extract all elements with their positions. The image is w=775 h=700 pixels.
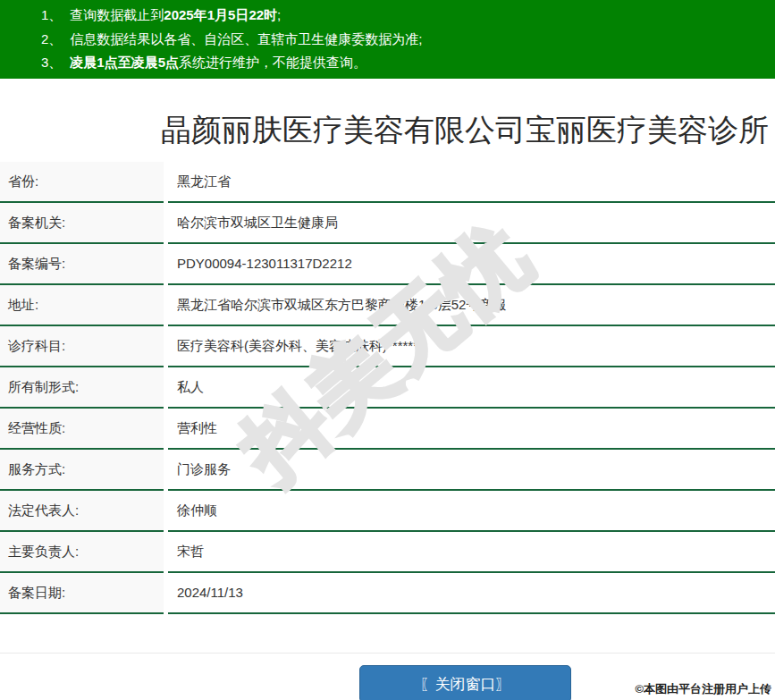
notice-text: ; (277, 7, 281, 22)
close-window-button[interactable]: 〖关闭窗口〗 (359, 665, 571, 700)
table-row-medical-subjects: 诊疗科目: 医疗美容科(美容外科、美容皮肤科)****** (0, 326, 775, 367)
field-value: 徐仲顺 (168, 491, 775, 532)
table-row-province: 省份: 黑龙江省 (0, 162, 775, 203)
field-value: PDY00094-123011317D2212 (168, 244, 775, 285)
field-label: 备案日期: (0, 573, 164, 614)
field-value: 哈尔滨市双城区卫生健康局 (168, 203, 775, 244)
field-label: 经营性质: (0, 409, 164, 450)
notice-text: 系统进行维护，不能提供查询。 (179, 55, 366, 70)
field-label: 备案机关: (0, 203, 164, 244)
notice-number: 1、 (41, 7, 62, 22)
field-label: 主要负责人: (0, 532, 164, 573)
page: 1、查询数据截止到2025年1月5日22时; 2、信息数据结果以各省、自治区、直… (0, 0, 775, 654)
field-label: 地址: (0, 285, 164, 326)
notice-line-3: 3、凌晨1点至凌晨5点系统进行维护，不能提供查询。 (0, 51, 775, 75)
field-label: 所有制形式: (0, 367, 164, 409)
field-value: 门诊服务 (168, 450, 775, 491)
field-value: 医疗美容科(美容外科、美容皮肤科)****** (168, 326, 775, 367)
field-value: 黑龙江省哈尔滨市双城区东方巴黎商服楼1-3层52号商服 (168, 285, 775, 326)
table-row-main-person-in-charge: 主要负责人: 宋哲 (0, 532, 775, 573)
footer-divider (0, 653, 775, 654)
table-row-ownership: 所有制形式: 私人 (0, 367, 775, 409)
notice-text-bold: 凌晨1点至凌晨5点 (70, 55, 179, 70)
field-value: 宋哲 (168, 532, 775, 573)
notice-line-2: 2、信息数据结果以各省、自治区、直辖市卫生健康委数据为准; (0, 28, 775, 52)
upload-attribution: ©本图由平台注册用户上传 (635, 681, 771, 697)
page-title: 晶颜丽肤医疗美容有限公司宝丽医疗美容诊所 (0, 111, 775, 148)
field-label: 诊疗科目: (0, 326, 164, 367)
field-label: 服务方式: (0, 450, 164, 491)
field-value: 黑龙江省 (168, 162, 775, 203)
field-value: 2024/11/13 (168, 573, 775, 614)
field-label: 法定代表人: (0, 491, 164, 532)
table-row-service-mode: 服务方式: 门诊服务 (0, 450, 775, 491)
table-row-business-nature: 经营性质: 营利性 (0, 409, 775, 450)
table-row-legal-representative: 法定代表人: 徐仲顺 (0, 491, 775, 532)
table-row-filing-date: 备案日期: 2024/11/13 (0, 573, 775, 614)
notice-text: 信息数据结果以各省、自治区、直辖市卫生健康委数据为准; (70, 31, 422, 46)
notice-text-bold: 2025年1月5日22时 (164, 7, 277, 22)
field-label: 备案编号: (0, 244, 164, 285)
notice-number: 2、 (41, 31, 62, 46)
field-value: 营利性 (168, 409, 775, 450)
notice-banner: 1、查询数据截止到2025年1月5日22时; 2、信息数据结果以各省、自治区、直… (0, 0, 775, 79)
info-table: 省份: 黑龙江省 备案机关: 哈尔滨市双城区卫生健康局 备案编号: PDY000… (0, 162, 775, 614)
field-label: 省份: (0, 162, 164, 203)
field-value: 私人 (168, 367, 775, 409)
notice-line-1: 1、查询数据截止到2025年1月5日22时; (0, 4, 775, 28)
notice-number: 3、 (41, 55, 62, 70)
notice-text: 查询数据截止到 (70, 7, 164, 22)
table-row-address: 地址: 黑龙江省哈尔滨市双城区东方巴黎商服楼1-3层52号商服 (0, 285, 775, 326)
table-row-filing-number: 备案编号: PDY00094-123011317D2212 (0, 244, 775, 285)
table-row-filing-authority: 备案机关: 哈尔滨市双城区卫生健康局 (0, 203, 775, 244)
